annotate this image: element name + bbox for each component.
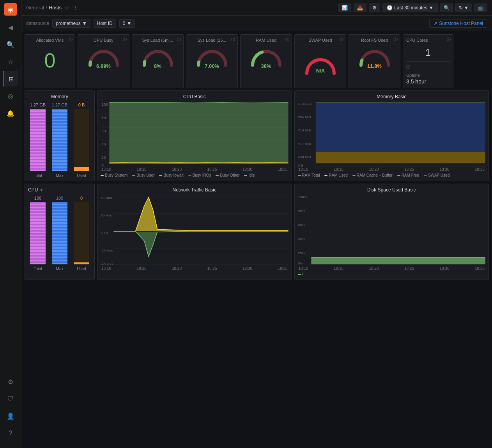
swap-used-info[interactable]: ⓘ <box>340 37 343 42</box>
legend-disk-root-label: / <box>302 272 303 276</box>
cpu-busy-value: 6.89% <box>86 63 121 69</box>
legend-busy-system-label: Busy System <box>105 173 127 177</box>
svg-text:60: 60 <box>101 129 106 133</box>
legend-ram-total-dot <box>298 175 301 176</box>
settings-btn[interactable]: ⚙ <box>369 4 380 12</box>
external-link-icon: ↗ <box>434 21 437 26</box>
sys-load-5m-value: 8% <box>140 63 175 69</box>
sidebar-item-shield[interactable]: 🛡 <box>3 391 18 407</box>
cpu-bar-panel: CPU ▼ 100 Total 100 <box>25 184 95 280</box>
refresh-btn[interactable]: ↻ ▼ <box>455 4 472 12</box>
svg-text:20 kb/s: 20 kb/s <box>101 213 112 217</box>
memory-total-footer: Total <box>34 174 42 178</box>
svg-text:40: 40 <box>101 142 106 146</box>
legend-ram-used-label: RAM Used <box>329 173 347 177</box>
sidebar-item-search[interactable]: 🔍 <box>3 37 18 52</box>
breadcrumb-separator: / <box>46 5 47 11</box>
allocated-vms-info[interactable]: ⓘ <box>69 37 73 42</box>
share-btn[interactable]: 📤 <box>354 4 366 12</box>
breadcrumb-home[interactable]: General <box>26 5 44 11</box>
svg-marker-51 <box>311 257 485 264</box>
memory-max-stack <box>52 109 67 171</box>
cpu-basic-svg: 100 80 60 40 20 0 <box>101 101 288 167</box>
legend-busy-other-label: Busy Other <box>220 173 239 177</box>
uptime-info[interactable]: ⓘ <box>406 64 410 70</box>
sidebar-item-dashboards[interactable]: ⊞ <box>3 71 18 87</box>
sidebar-item-starred[interactable]: ☆ <box>3 54 18 69</box>
datasource-label: datasource <box>26 21 49 26</box>
disk-basic-chart-area: 100% 80% 60% 40% 20% 0% <box>298 194 486 266</box>
ram-used-card: ⓘ RAM Used 38% <box>240 34 292 88</box>
legend-ram-cache-label: RAM Cache + Buffer <box>357 173 393 177</box>
root-fs-card: ⓘ Root FS Used 11.8% <box>349 34 400 88</box>
time-range-btn[interactable]: 🕐 Last 30 minutes ▼ <box>382 4 438 12</box>
allocated-vms-title: Allocated VMs <box>36 38 64 42</box>
zoom-out-btn[interactable]: 🔍 <box>440 4 453 12</box>
cpu-bar-cols: 100 Total 100 Max 0 <box>28 196 91 276</box>
star-icon[interactable]: ☆ <box>65 5 70 11</box>
cpu-busy-info[interactable]: ⓘ <box>123 37 127 42</box>
add-panel-btn[interactable]: 📊 <box>338 4 351 12</box>
memory-basic-svg: 1.16 GiB 954 MiB 715 MiB 477 MiB 238 MiB… <box>298 101 486 167</box>
sys-load-5m-card: ⓘ Sys Load (5m ... 8% <box>132 34 184 88</box>
sunstone-btn-label: Sunstone Host Panel <box>439 21 483 26</box>
filterbar: datasource prometheus ▼ Host ID 0 ▼ ↗ Su… <box>21 16 492 31</box>
svg-text:40%: 40% <box>298 237 305 241</box>
hostid-chevron: ▼ <box>127 21 131 26</box>
svg-text:1.16 GiB: 1.16 GiB <box>298 102 312 106</box>
svg-text:0 B: 0 B <box>298 164 303 167</box>
svg-marker-26 <box>315 152 485 163</box>
sidebar-item-alerting[interactable]: 🔔 <box>3 105 18 121</box>
sidebar-collapse-btn[interactable]: ◀ <box>3 19 18 35</box>
memory-basic-panel: Memory Basic 1.16 GiB 954 MiB 715 MiB <box>294 90 489 181</box>
sidebar-item-user[interactable]: 👤 <box>3 408 18 424</box>
app-logo[interactable]: ◉ <box>4 3 17 16</box>
root-fs-info[interactable]: ⓘ <box>394 37 398 42</box>
share-icon[interactable]: ⋮ <box>73 5 78 11</box>
sidebar-item-explore[interactable]: ◎ <box>3 88 18 104</box>
sys-load-15m-info[interactable]: ⓘ <box>231 37 235 42</box>
hostid-value-select[interactable]: 0 ▼ <box>119 19 135 28</box>
breadcrumb: General / Hosts <box>26 5 62 11</box>
swap-gauge-svg: N/A <box>303 54 338 75</box>
cpu-cores-info[interactable]: ⓘ <box>447 37 451 42</box>
svg-marker-38 <box>114 231 288 257</box>
sidebar-item-help[interactable]: ? <box>3 425 18 441</box>
memory-max-footer: Max <box>56 174 64 178</box>
cpu-used-col: 0 Used <box>72 196 91 276</box>
cpu-basic-panel: CPU Basic 100 80 60 40 <box>97 90 292 181</box>
datasource-chevron: ▼ <box>82 21 87 26</box>
svg-text:238 MiB: 238 MiB <box>298 155 311 159</box>
legend-busy-other-dot <box>216 175 219 176</box>
sunstone-host-panel-btn[interactable]: ↗ Sunstone Host Panel <box>429 19 487 28</box>
sys-load-5m-info[interactable]: ⓘ <box>177 37 181 42</box>
uptime-value: 3.5 hour <box>406 78 450 85</box>
ram-used-info[interactable]: ⓘ <box>285 37 289 42</box>
memory-total-label: 1.27 GB <box>30 103 46 107</box>
root-fs-title: Root FS Used <box>361 38 388 42</box>
disk-basic-svg: 100% 80% 60% 40% 20% 0% <box>298 194 486 266</box>
disk-basic-title: Disk Space Used Basic <box>298 187 486 193</box>
datasource-select[interactable]: prometheus ▼ <box>52 19 90 28</box>
sidebar-item-settings[interactable]: ⚙ <box>3 374 18 390</box>
memory-used-col: 0 B Used <box>72 103 91 178</box>
cpu-cores-card: ⓘ CPU Cores 1 ⓘ Uptime 3.5 hour <box>403 34 453 88</box>
cpu-used-stack <box>74 202 89 264</box>
legend-idle-label: Idle <box>248 173 255 177</box>
sys-load-15m-card: ⓘ Sys Load (15... 7.00% <box>186 34 238 88</box>
cpu-panel-chevron[interactable]: ▼ <box>39 188 43 192</box>
cpu-busy-card: ⓘ CPU Busy <box>78 34 129 88</box>
hostid-select[interactable]: Host ID <box>94 19 116 28</box>
time-label: Last 30 minutes <box>394 5 427 11</box>
cpu-busy-title: CPU Busy <box>94 38 113 42</box>
legend-busy-system-dot <box>101 175 104 176</box>
svg-marker-37 <box>114 197 288 231</box>
svg-text:60%: 60% <box>298 223 305 227</box>
tv-mode-btn[interactable]: 📺 <box>474 4 487 12</box>
disk-basic-panel: Disk Space Used Basic 100% 80% 60% <box>294 184 489 280</box>
svg-text:-20 kb/s: -20 kb/s <box>101 248 113 252</box>
cpu-max-col: 100 Max <box>50 196 69 276</box>
legend-busy-user-dot <box>132 175 135 176</box>
time-icon: 🕐 <box>387 5 393 11</box>
svg-text:40 kb/s: 40 kb/s <box>101 196 112 199</box>
